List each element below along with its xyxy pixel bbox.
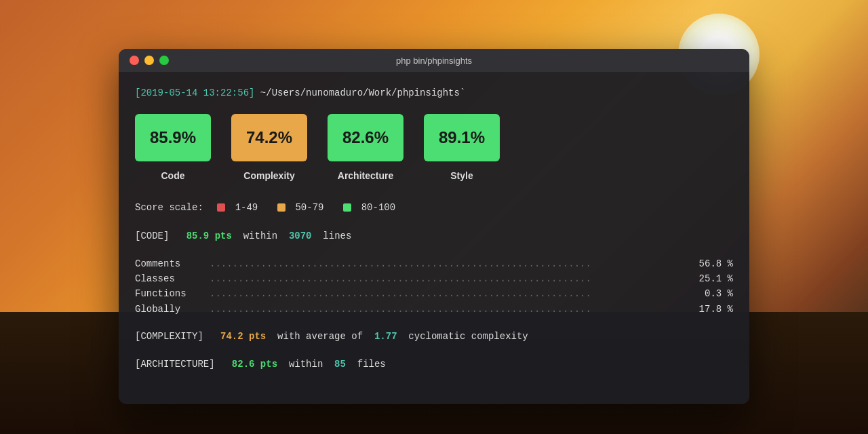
stat-val-comments: 56.8 % <box>686 256 733 271</box>
score-item-code: 85.9% Code <box>135 114 211 183</box>
scale-dot-red <box>217 203 225 212</box>
scale-range-green: 80-100 <box>355 200 395 215</box>
score-label-code: Code <box>161 168 185 183</box>
score-box-complexity: 74.2% <box>231 114 307 161</box>
stats-block: Comments ...............................… <box>135 256 733 317</box>
score-label-complexity: Complexity <box>243 168 294 183</box>
complexity-middle: with average of <box>277 331 363 342</box>
code-tag: [CODE] <box>135 231 169 241</box>
architecture-middle: within <box>289 359 323 370</box>
code-summary-line: [CODE] 85.9 pts within 3070 lines <box>135 229 733 243</box>
complexity-pts: 74.2 pts <box>220 331 266 342</box>
complexity-suffix: cyclomatic complexity <box>408 331 528 342</box>
architecture-summary-line: [ARCHITECTURE] 82.6 pts within 85 files <box>135 357 733 372</box>
code-lines: 3070 <box>289 231 312 241</box>
code-lines-suffix: lines <box>323 231 351 241</box>
scale-line: Score scale: 1-49 50-79 80-100 <box>135 200 733 215</box>
score-label-style: Style <box>450 168 473 183</box>
stat-val-classes: 25.1 % <box>686 271 733 286</box>
score-item-style: 89.1% Style <box>424 114 500 183</box>
score-item-complexity: 74.2% Complexity <box>231 114 307 183</box>
architecture-suffix: files <box>357 359 386 370</box>
stat-val-globally: 17.8 % <box>686 302 733 317</box>
architecture-tag: [ARCHITECTURE] <box>135 359 215 370</box>
stat-dots-classes: ........................................… <box>210 271 686 286</box>
score-box-code: 85.9% <box>135 114 211 161</box>
terminal-body: [2019-05-14 13:22:56] ~/Users/nunomaduro… <box>119 72 749 404</box>
score-item-architecture: 82.6% Architecture <box>328 114 403 183</box>
stat-val-functions: 0.3 % <box>686 286 733 301</box>
architecture-pts: 82.6 pts <box>232 359 277 370</box>
stat-globally: Globally ...............................… <box>135 302 733 317</box>
architecture-files: 85 <box>334 359 346 370</box>
scale-dot-green <box>343 203 351 212</box>
stat-classes: Classes ................................… <box>135 271 733 286</box>
path: ~/Users/nunomaduro/Work/phpinsights` <box>260 87 465 98</box>
code-pts: 85.9 pts <box>186 231 232 241</box>
stat-dots-comments: ........................................… <box>210 256 686 271</box>
stat-name-functions: Functions <box>135 286 210 301</box>
scale-range-red: 1-49 <box>229 200 258 215</box>
scores-row: 85.9% Code 74.2% Complexity 82.6% Archit… <box>135 114 733 183</box>
scale-range-orange: 50-79 <box>290 200 323 215</box>
stat-functions: Functions ..............................… <box>135 286 733 301</box>
score-label-architecture: Architecture <box>338 168 393 183</box>
stat-comments: Comments ...............................… <box>135 256 733 271</box>
scale-dot-orange <box>277 203 285 212</box>
stat-name-classes: Classes <box>135 271 210 286</box>
stat-dots-globally: ........................................… <box>210 302 686 317</box>
traffic-lights <box>130 56 169 65</box>
terminal-window: php bin/phpinsights [2019-05-14 13:22:56… <box>119 49 749 404</box>
complexity-tag: [COMPLEXITY] <box>135 331 203 342</box>
stat-name-comments: Comments <box>135 256 210 271</box>
timestamp: [2019-05-14 13:22:56] <box>135 87 254 98</box>
close-button[interactable] <box>130 56 139 65</box>
stat-name-globally: Globally <box>135 302 210 317</box>
scale-label: Score scale: <box>135 200 203 215</box>
complexity-avg: 1.77 <box>374 331 397 342</box>
prompt-line: [2019-05-14 13:22:56] ~/Users/nunomaduro… <box>135 85 733 100</box>
stat-dots-functions: ........................................… <box>210 286 686 301</box>
window-title: php bin/phpinsights <box>396 56 472 66</box>
score-box-architecture: 82.6% <box>328 114 403 161</box>
score-box-style: 89.1% <box>424 114 500 161</box>
complexity-summary-line: [COMPLEXITY] 74.2 pts with average of 1.… <box>135 329 733 344</box>
code-within: within <box>243 231 277 241</box>
minimize-button[interactable] <box>144 56 154 65</box>
maximize-button[interactable] <box>159 56 169 65</box>
title-bar: php bin/phpinsights <box>119 49 749 72</box>
